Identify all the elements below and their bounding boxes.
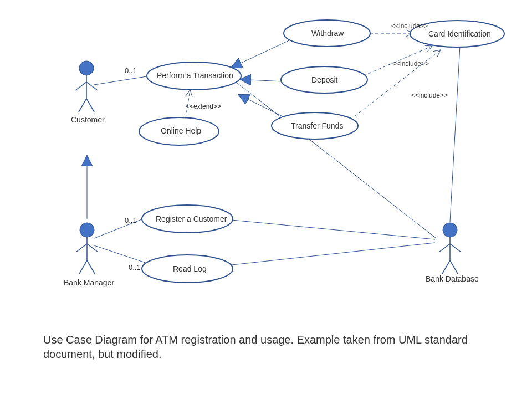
label-perform-transaction: Perform a Transaction <box>157 71 233 80</box>
svg-line-17 <box>450 260 458 274</box>
label-register-customer: Register a Customer <box>156 214 227 223</box>
label-online-help: Online Help <box>161 126 201 135</box>
actor-bank-manager <box>76 223 98 274</box>
gen-withdraw-perform <box>239 39 293 64</box>
svg-line-15 <box>450 244 461 252</box>
svg-point-0 <box>79 61 94 75</box>
svg-line-3 <box>86 82 98 90</box>
svg-line-16 <box>442 260 450 274</box>
stereo-extend: <<extend>> <box>186 103 221 110</box>
mult-mgr-register: 0..1 <box>125 216 137 224</box>
svg-line-10 <box>79 260 87 274</box>
assoc-register-db <box>232 220 435 239</box>
svg-line-5 <box>86 99 94 112</box>
svg-line-9 <box>87 244 98 252</box>
stereo-include-withdraw: <<include>> <box>391 22 428 30</box>
label-withdraw: Withdraw <box>311 29 344 38</box>
label-card-identification: Card Identification <box>428 29 491 38</box>
label-read-log: Read Log <box>173 264 207 273</box>
svg-point-6 <box>80 223 94 237</box>
svg-line-14 <box>439 244 450 252</box>
assoc-readlog-db <box>222 243 435 266</box>
svg-line-8 <box>76 244 87 252</box>
actor-bank-database <box>439 223 461 274</box>
label-transfer-funds: Transfer Funds <box>291 121 343 130</box>
mult-customer-perform: 0..1 <box>125 66 137 75</box>
svg-line-2 <box>75 82 86 90</box>
assoc-perform-db <box>234 81 436 238</box>
label-bank-manager: Bank Manager <box>64 278 114 287</box>
label-customer: Customer <box>71 115 105 124</box>
svg-line-4 <box>79 99 86 112</box>
assoc-card-db <box>450 46 460 222</box>
gen-transfer-perform <box>247 99 288 119</box>
svg-line-11 <box>87 260 95 274</box>
stereo-include-transfer: <<include>> <box>411 91 448 99</box>
gen-deposit-perform <box>249 80 283 81</box>
mult-mgr-readlog: 0..1 <box>129 263 141 272</box>
actor-customer <box>75 61 98 112</box>
assoc-customer-perform <box>94 75 154 85</box>
label-bank-database: Bank Database <box>426 274 479 283</box>
stereo-include-deposit: <<include>> <box>392 60 429 68</box>
svg-point-12 <box>443 223 457 237</box>
label-deposit: Deposit <box>311 75 337 84</box>
diagram-caption: Use Case Diagram for ATM registration an… <box>43 332 487 361</box>
